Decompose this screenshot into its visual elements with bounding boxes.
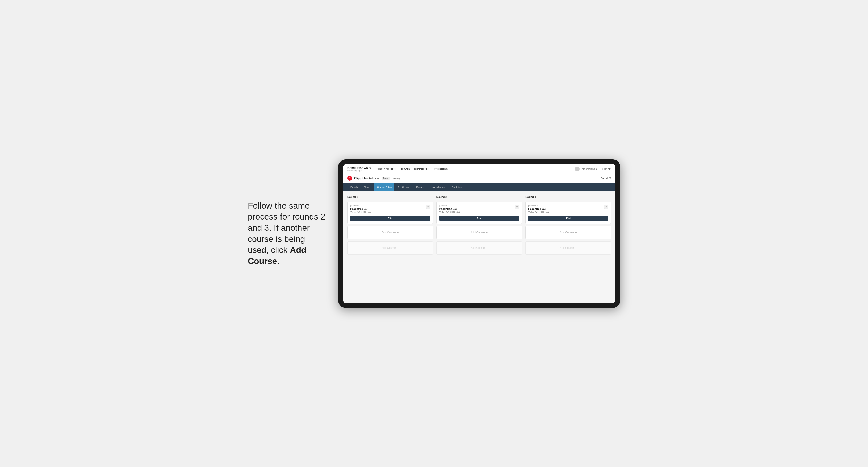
course-details-3: Yellow (M) (6629 yds) — [528, 211, 604, 213]
clippd-icon: C — [347, 176, 352, 181]
edit-course-button-3[interactable]: Edit — [528, 216, 608, 221]
tab-course-setup[interactable]: Course Setup — [374, 183, 394, 191]
gender-badge: Men — [381, 177, 390, 180]
top-nav: SCOREBOARD Powered by clippd TOURNAMENTS… — [343, 164, 616, 174]
course-card-header-2: (Course A) Peachtree GC Yellow (M) (6629… — [439, 205, 519, 215]
logo-sub: Powered by clippd — [347, 170, 371, 172]
round-1-title: Round 1 — [347, 195, 433, 198]
edit-course-button[interactable]: Edit — [350, 216, 430, 221]
add-course-label-r2-2: Add Course — [471, 246, 485, 249]
add-course-text-r2: Add Course + — [471, 231, 488, 235]
round-1-column: Round 1 (Course A) Peachtree GC Yellow (… — [347, 195, 433, 255]
round-2-add-course-2: Add Course + — [436, 241, 522, 255]
top-nav-right: blair@clippd.io | Sign out — [575, 166, 611, 172]
add-course-text-r3: Add Course + — [560, 231, 577, 235]
tab-leaderboards[interactable]: Leaderboards — [428, 183, 449, 191]
add-course-text-r2-2: Add Course + — [471, 246, 488, 250]
add-course-plus-icon-r2: + — [486, 231, 488, 235]
course-name-2: Peachtree GC — [439, 208, 515, 211]
round-3-add-course-2: Add Course + — [525, 241, 611, 255]
round-1-add-course-2: Add Course + — [347, 241, 433, 255]
add-course-text-2: Add Course + — [381, 246, 399, 250]
nav-tournaments[interactable]: TOURNAMENTS — [376, 168, 396, 170]
course-label: (Course A) — [350, 205, 426, 207]
cancel-button[interactable]: Cancel ✕ — [600, 177, 611, 180]
add-course-plus-icon-r2-2: + — [486, 246, 488, 250]
sign-out-link[interactable]: Sign out — [602, 168, 611, 170]
course-details: Yellow (M) (6629 yds) — [350, 211, 426, 213]
round-3-add-course-1[interactable]: Add Course + — [525, 226, 611, 239]
course-card-info: (Course A) Peachtree GC Yellow (M) (6629… — [350, 205, 426, 215]
nav-rankings[interactable]: RANKINGS — [434, 168, 447, 170]
delete-course-icon-2[interactable]: ○ — [515, 205, 519, 209]
tab-results[interactable]: Results — [413, 183, 428, 191]
edit-course-button-2[interactable]: Edit — [439, 216, 519, 221]
round-2-title: Round 2 — [436, 195, 522, 198]
course-label-2: (Course A) — [439, 205, 515, 207]
round-3-column: Round 3 (Course A) Peachtree GC Yellow (… — [525, 195, 611, 255]
course-card-header: (Course A) Peachtree GC Yellow (M) (6629… — [350, 205, 430, 215]
add-course-label-r3-2: Add Course — [560, 246, 574, 249]
sub-header-left: C Clippd Invitational Men Hosting — [347, 176, 400, 181]
cancel-x-icon: ✕ — [609, 177, 611, 180]
tablet-screen: SCOREBOARD Powered by clippd TOURNAMENTS… — [343, 164, 616, 303]
instruction-text: Follow the same process for rounds 2 and… — [248, 200, 328, 267]
course-name: Peachtree GC — [350, 208, 426, 211]
add-course-label-r2: Add Course — [471, 231, 485, 234]
round-3-course-card: (Course A) Peachtree GC Yellow (M) (6629… — [525, 202, 611, 224]
scoreboard-logo: SCOREBOARD Powered by clippd — [347, 166, 371, 172]
add-course-plus-icon-2: + — [397, 246, 399, 250]
round-3-title: Round 3 — [525, 195, 611, 198]
nav-committee[interactable]: COMMITTEE — [414, 168, 430, 170]
course-card-info-3: (Course A) Peachtree GC Yellow (M) (6629… — [528, 205, 604, 215]
round-1-add-course-1[interactable]: Add Course + — [347, 226, 433, 239]
add-course-text: Add Course + — [381, 231, 399, 235]
user-email: blair@clippd.io — [582, 168, 597, 170]
course-label-3: (Course A) — [528, 205, 604, 207]
top-nav-links: TOURNAMENTS TEAMS COMMITTEE RANKINGS — [376, 168, 575, 170]
course-details-2: Yellow (M) (6629 yds) — [439, 211, 515, 213]
delete-course-icon[interactable]: ○ — [426, 205, 430, 209]
tab-details[interactable]: Details — [347, 183, 361, 191]
tab-printables[interactable]: Printables — [448, 183, 466, 191]
tab-teams[interactable]: Teams — [361, 183, 375, 191]
avatar — [575, 166, 580, 172]
logo-title: SCOREBOARD — [347, 166, 371, 170]
tab-bar: Details Teams Course Setup Tee Groups Re… — [343, 183, 616, 191]
separator: | — [600, 168, 600, 170]
nav-teams[interactable]: TEAMS — [401, 168, 410, 170]
main-content: Round 1 (Course A) Peachtree GC Yellow (… — [343, 191, 616, 303]
add-course-label-2: Add Course — [381, 246, 396, 249]
tab-tee-groups[interactable]: Tee Groups — [394, 183, 413, 191]
page-wrapper: Follow the same process for rounds 2 and… — [248, 159, 620, 308]
round-2-add-course-1[interactable]: Add Course + — [436, 226, 522, 239]
tablet-device: SCOREBOARD Powered by clippd TOURNAMENTS… — [338, 159, 620, 308]
sub-header: C Clippd Invitational Men Hosting Cancel… — [343, 174, 616, 183]
add-course-label-r3: Add Course — [560, 231, 574, 234]
round-2-column: Round 2 (Course A) Peachtree GC Yellow (… — [436, 195, 522, 255]
round-2-course-card: (Course A) Peachtree GC Yellow (M) (6629… — [436, 202, 522, 224]
course-name-3: Peachtree GC — [528, 208, 604, 211]
add-course-text-r3-2: Add Course + — [560, 246, 577, 250]
round-1-course-card: (Course A) Peachtree GC Yellow (M) (6629… — [347, 202, 433, 224]
instruction-bold: Add Course. — [248, 245, 306, 266]
tournament-name: Clippd Invitational — [354, 177, 379, 180]
hosting-badge: Hosting — [392, 177, 400, 180]
add-course-plus-icon: + — [397, 231, 399, 235]
add-course-plus-icon-r3-2: + — [575, 246, 577, 250]
delete-course-icon-3[interactable]: ○ — [604, 205, 608, 209]
course-card-header-3: (Course A) Peachtree GC Yellow (M) (6629… — [528, 205, 608, 215]
add-course-label: Add Course — [381, 231, 396, 234]
course-card-info-2: (Course A) Peachtree GC Yellow (M) (6629… — [439, 205, 515, 215]
rounds-container: Round 1 (Course A) Peachtree GC Yellow (… — [347, 195, 611, 255]
cancel-label: Cancel — [600, 177, 608, 180]
add-course-plus-icon-r3: + — [575, 231, 577, 235]
